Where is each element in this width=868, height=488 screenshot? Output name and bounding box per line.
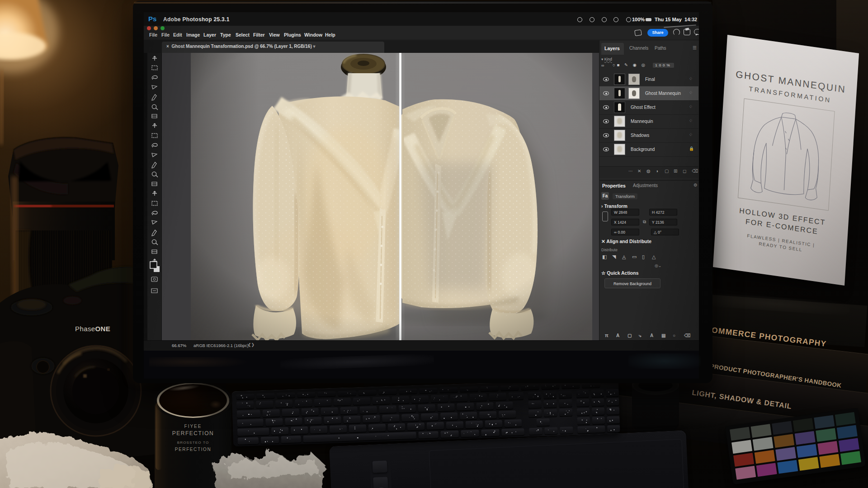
svg-text:PhaseONE: PhaseONE [75, 325, 110, 333]
